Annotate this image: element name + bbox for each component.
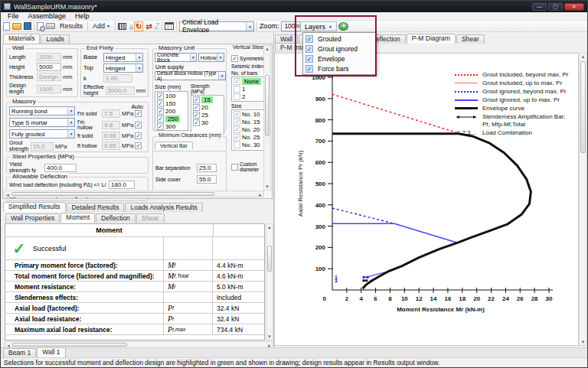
checkbox-icon[interactable]	[234, 111, 240, 118]
barsize-item[interactable]: No. 20	[232, 125, 264, 133]
tab-vertical-bar[interactable]: Vertical Bar	[155, 142, 193, 149]
barsize-item[interactable]: No. 10	[232, 110, 264, 118]
layers-menu-item[interactable]: Grouted	[303, 34, 375, 44]
clearance-input[interactable]	[197, 175, 217, 184]
field-input[interactable]	[37, 63, 61, 71]
hollow-combo[interactable]: Hollow▼	[198, 53, 224, 62]
tab-simplified-results[interactable]: Simplified Results	[3, 202, 66, 212]
drawtab-shear[interactable]: Shear	[456, 34, 485, 44]
tab-loads[interactable]: Loads	[41, 34, 69, 44]
subtab-wall-properties[interactable]: Wall Properties	[5, 213, 60, 223]
bars-item[interactable]: None	[232, 77, 264, 85]
checkbox-icon[interactable]	[193, 112, 200, 119]
checkbox-icon[interactable]	[157, 123, 164, 130]
checkbox-icon[interactable]	[193, 104, 200, 111]
elementtab-beam-1[interactable]: Beam 1	[3, 348, 36, 357]
envelope-combo[interactable]: Critical Load Envelope▼	[179, 21, 254, 31]
scroll-up-icon[interactable]: ▲	[264, 46, 270, 52]
strength-item[interactable]: 30	[191, 119, 224, 126]
layers-menu-item[interactable]: Force bars	[303, 64, 375, 73]
refresh-icon[interactable]: ↻	[134, 21, 143, 31]
barsize-item[interactable]: No. 25	[232, 133, 264, 141]
zoom-in-button[interactable]: +	[338, 22, 348, 31]
top-combo[interactable]: Hinged▼	[103, 64, 143, 73]
scroll-up-icon[interactable]: ▲	[580, 54, 586, 60]
checkbox-checked-icon[interactable]	[305, 35, 313, 43]
wind-deflection-field[interactable]	[109, 181, 135, 189]
add-button[interactable]: Add▼	[90, 21, 113, 31]
symmetric-checkbox[interactable]	[231, 55, 238, 62]
clearance-input[interactable]	[197, 164, 217, 172]
size-listbox[interactable]: 100150200250300	[155, 91, 188, 131]
scroll-down-icon[interactable]: ▼	[266, 334, 273, 340]
print-preview-icon[interactable]	[37, 22, 44, 31]
size-item[interactable]: 300	[155, 122, 188, 130]
results-button[interactable]: Results	[57, 21, 85, 31]
barsize-item[interactable]: No. 30	[232, 141, 264, 148]
tab-materials[interactable]: Materials	[3, 34, 40, 44]
size-item[interactable]: 200	[155, 107, 188, 115]
sort-down-arrows-icon[interactable]: ↓↓	[129, 22, 132, 31]
scroll-left-icon[interactable]: ◄	[5, 192, 11, 198]
grid-icon[interactable]	[118, 23, 126, 30]
checkbox-icon[interactable]	[234, 86, 240, 93]
results-vertical-scrollbar[interactable]: ▲ ▼	[266, 223, 273, 340]
masonry-combo[interactable]: Fully grouted▼	[9, 129, 75, 138]
prop-input[interactable]	[102, 121, 120, 129]
bars-item[interactable]: 1	[232, 85, 264, 93]
auto-checkbox[interactable]	[135, 110, 142, 117]
size-item[interactable]: 100	[155, 92, 188, 99]
bar-size-listbox[interactable]: No. 10No. 15No. 20No. 25No. 30	[231, 109, 265, 151]
no-of-bars-listbox[interactable]: None12	[231, 77, 265, 102]
materials-vertical-scrollbar[interactable]: ▲ ▼	[263, 45, 271, 191]
size-item[interactable]: 150	[155, 99, 188, 107]
checkbox-icon[interactable]	[157, 108, 164, 115]
base-combo[interactable]: Hinged▼	[103, 53, 143, 62]
checkbox-checked-icon[interactable]	[305, 65, 313, 73]
bars-item[interactable]: 2	[232, 93, 264, 100]
prop-input[interactable]	[102, 109, 120, 118]
minimize-button[interactable]: —	[532, 3, 547, 11]
checkbox-icon[interactable]	[157, 93, 164, 99]
open-folder-icon[interactable]	[12, 23, 21, 30]
menu-help[interactable]: Help	[70, 12, 94, 20]
scroll-right-icon[interactable]: ►	[257, 192, 263, 198]
scroll-down-icon[interactable]: ▼	[580, 339, 586, 345]
custom-diameter-checkbox[interactable]	[231, 164, 238, 171]
field-input[interactable]	[37, 85, 61, 93]
size-item[interactable]: 250	[155, 115, 188, 122]
checkbox-checked-icon[interactable]	[305, 45, 313, 53]
elementtab-wall-1[interactable]: Wall 1	[37, 347, 65, 357]
prop-input[interactable]	[102, 142, 120, 150]
masonry-combo[interactable]: Running bond▼	[9, 106, 75, 116]
drawing-vertical-scrollbar[interactable]: ▲ ▼	[579, 53, 587, 346]
materials-horizontal-scrollbar[interactable]: ◄ ►	[4, 191, 264, 197]
layers-menu-item[interactable]: Envelope	[303, 54, 375, 64]
save-icon[interactable]	[24, 22, 31, 30]
tab-loads-analysis-results[interactable]: Loads Analysis Results	[125, 203, 202, 212]
yield-strength-field[interactable]	[44, 164, 77, 172]
auto-checkbox[interactable]	[135, 132, 142, 139]
close-button[interactable]: ✕	[564, 3, 584, 11]
scroll-up-icon[interactable]: ▲	[266, 224, 273, 230]
unit-supply-combo[interactable]: Default Block Hollow (Type A)▼	[155, 71, 226, 80]
drawtab-p-m-diagram[interactable]: P-M Diagram	[407, 34, 456, 44]
subtab-moment[interactable]: Moment	[60, 213, 95, 223]
strength-item[interactable]: 25	[191, 111, 224, 119]
masonry-combo[interactable]: Type S mortar▼	[9, 118, 75, 127]
layers-button[interactable]: Layers▼	[300, 21, 337, 31]
prop-input[interactable]	[102, 132, 120, 140]
checkbox-icon[interactable]	[157, 116, 164, 122]
print-icon[interactable]	[46, 23, 55, 29]
menu-assemblage[interactable]: Assemblage	[24, 12, 71, 20]
columns-icon[interactable]	[165, 22, 174, 30]
strength-item[interactable]: 20	[191, 103, 224, 111]
subtab-shear[interactable]: Shear	[136, 213, 165, 223]
checkbox-icon[interactable]	[234, 119, 240, 125]
effective-height-field[interactable]	[106, 86, 135, 95]
barsize-item[interactable]: No. 15	[232, 118, 264, 125]
field-input[interactable]	[37, 53, 61, 61]
checkbox-icon[interactable]	[234, 93, 240, 100]
new-document-icon[interactable]	[3, 22, 10, 31]
tab-detailed-results[interactable]: Detailed Results	[67, 203, 125, 212]
